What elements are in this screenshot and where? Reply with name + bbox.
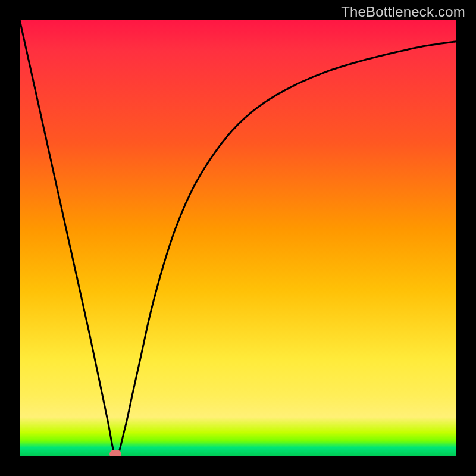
curve-svg [20, 20, 456, 456]
plot-area [20, 20, 456, 456]
minimum-marker [109, 450, 121, 456]
bottleneck-curve [20, 20, 456, 456]
chart-frame: TheBottleneck.com [0, 0, 476, 476]
attribution-label: TheBottleneck.com [341, 4, 465, 20]
